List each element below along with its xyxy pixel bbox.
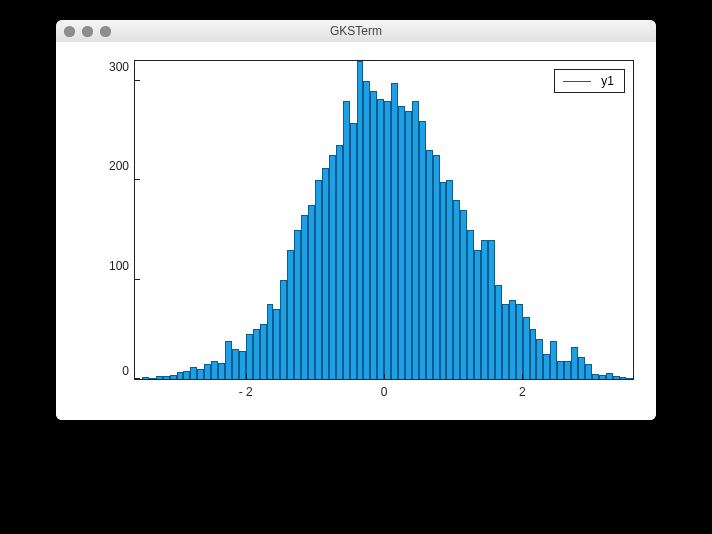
xtick-mark	[384, 374, 385, 380]
legend-label: y1	[601, 74, 614, 88]
traffic-lights	[56, 26, 111, 37]
histogram-bar	[523, 317, 530, 379]
ytick-200: 200	[99, 159, 129, 173]
histogram-bar	[363, 81, 370, 379]
histogram-bar	[474, 250, 481, 379]
histogram-bar	[467, 230, 474, 379]
histogram-bar	[571, 347, 578, 379]
histogram-bar	[446, 180, 453, 379]
ytick-mark	[134, 80, 140, 81]
zoom-icon[interactable]	[100, 26, 111, 37]
histogram-bar	[142, 377, 149, 379]
histogram-bar	[350, 123, 357, 379]
window-title: GKSTerm	[56, 24, 656, 38]
histogram-bar	[460, 210, 467, 379]
xtick-mark	[522, 374, 523, 380]
histogram-bar	[536, 339, 543, 379]
histogram-bar	[280, 280, 287, 379]
histogram-bar	[550, 341, 557, 379]
histogram-bar	[156, 376, 163, 379]
histogram-bar	[384, 101, 391, 379]
histogram-bar	[190, 367, 197, 379]
histogram-bar	[211, 361, 218, 379]
histogram-bar	[177, 372, 184, 379]
histogram-bar	[197, 369, 204, 379]
ytick-mark	[134, 179, 140, 180]
histogram-bar	[322, 168, 329, 379]
histogram-bar	[343, 101, 350, 379]
chart-legend: y1	[554, 69, 625, 93]
ytick-100: 100	[99, 259, 129, 273]
chart-axes: y1 0 100 200 300 - 2 0 2	[134, 60, 634, 380]
ytick-mark	[134, 279, 140, 280]
ytick-300: 300	[99, 60, 129, 74]
histogram-bar	[543, 354, 550, 379]
ytick-0: 0	[99, 364, 129, 378]
histogram-bar	[357, 61, 364, 379]
minimize-icon[interactable]	[82, 26, 93, 37]
titlebar[interactable]: GKSTerm	[56, 20, 656, 43]
histogram-bar	[502, 304, 509, 379]
histogram-bar	[481, 240, 488, 379]
app-window: GKSTerm y1 0 100 200 300 - 2 0 2	[56, 20, 656, 420]
histogram-bar	[488, 240, 495, 379]
histogram-bar	[391, 83, 398, 379]
histogram-bar	[405, 111, 412, 379]
histogram-bars	[135, 61, 633, 379]
histogram-bar	[253, 329, 260, 379]
histogram-bar	[426, 150, 433, 379]
histogram-bar	[149, 378, 156, 379]
histogram-bar	[377, 99, 384, 379]
histogram-bar	[336, 145, 343, 379]
xtick-0: 0	[381, 385, 388, 399]
histogram-bar	[170, 375, 177, 379]
histogram-bar	[301, 215, 308, 379]
histogram-bar	[246, 334, 253, 379]
histogram-bar	[370, 91, 377, 379]
histogram-bar	[412, 101, 419, 379]
histogram-bar	[329, 155, 336, 379]
histogram-bar	[509, 300, 516, 380]
histogram-bar	[315, 180, 322, 379]
histogram-bar	[294, 230, 301, 379]
histogram-bar	[273, 309, 280, 379]
histogram-bar	[620, 377, 627, 379]
histogram-bar	[433, 155, 440, 379]
histogram-bar	[585, 364, 592, 379]
ytick-mark	[134, 378, 140, 379]
histogram-bar	[204, 364, 211, 379]
histogram-bar	[530, 329, 537, 379]
histogram-bar	[183, 371, 190, 379]
histogram-bar	[398, 106, 405, 379]
plot-area: y1 0 100 200 300 - 2 0 2	[56, 42, 656, 420]
histogram-bar	[453, 200, 460, 379]
histogram-bar	[232, 349, 239, 379]
histogram-bar	[440, 182, 447, 379]
histogram-bar	[516, 304, 523, 379]
histogram-bar	[163, 376, 170, 379]
histogram-bar	[495, 285, 502, 379]
histogram-bar	[578, 357, 585, 379]
histogram-bar	[308, 205, 315, 379]
histogram-bar	[287, 250, 294, 379]
histogram-bar	[419, 121, 426, 379]
histogram-bar	[592, 374, 599, 379]
close-icon[interactable]	[64, 26, 75, 37]
histogram-bar	[260, 324, 267, 379]
histogram-bar	[267, 304, 274, 379]
histogram-bar	[557, 361, 564, 379]
xtick-2: 2	[519, 385, 526, 399]
histogram-bar	[564, 361, 571, 379]
histogram-bar	[225, 341, 232, 379]
xtick-m2: - 2	[239, 385, 253, 399]
histogram-bar	[599, 375, 606, 379]
xtick-mark	[246, 374, 247, 380]
histogram-bar	[606, 373, 613, 379]
legend-swatch-icon	[563, 81, 591, 82]
histogram-bar	[626, 378, 633, 379]
histogram-bar	[218, 363, 225, 379]
histogram-bar	[613, 376, 620, 379]
